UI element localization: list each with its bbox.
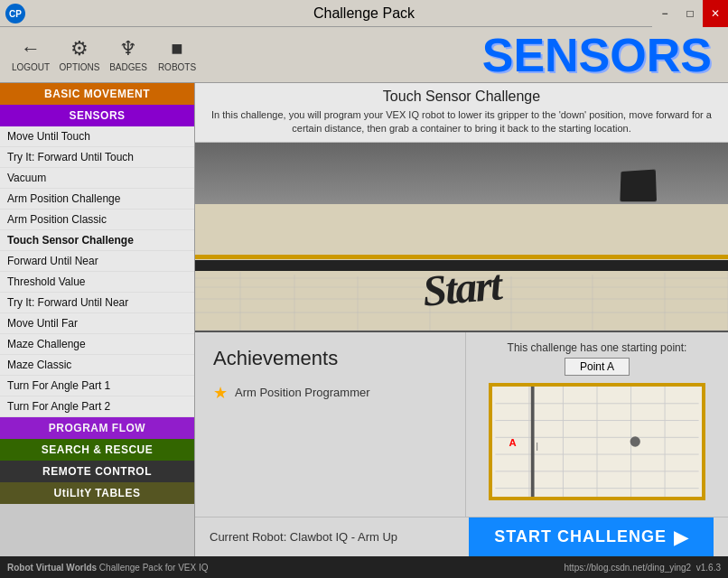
options-icon: ⚙	[70, 37, 89, 61]
bottom-section: Achievements ★ Arm Position Programmer T…	[195, 332, 728, 517]
challenge-description: In this challenge, you will program your…	[204, 108, 719, 136]
minimize-button[interactable]: −	[652, 0, 677, 27]
challenge-title: Touch Sensor Challenge	[204, 89, 719, 105]
sidebar-item-turn-angle-2[interactable]: Turn For Angle Part 2	[0, 396, 194, 417]
sidebar-item-touch-sensor-challenge[interactable]: Touch Sensor Challenge	[0, 230, 194, 251]
svg-text:|: |	[536, 442, 537, 451]
starting-point-label: This challenge has one starting point:	[475, 341, 719, 354]
svg-rect-27	[531, 387, 535, 497]
badges-button[interactable]: ♆ BADGES	[105, 31, 152, 79]
footer-brand: Robot Virtual Worlds	[7, 563, 97, 573]
footer-url: https://blog.csdn.net/ding_ying2	[565, 563, 692, 573]
point-a-button[interactable]: Point A	[565, 358, 630, 376]
sidebar-item-threshold-value[interactable]: Threshold Value	[0, 272, 194, 293]
badges-label: BADGES	[109, 62, 147, 72]
achievement-item: ★ Arm Position Programmer	[213, 383, 447, 403]
sidebar-item-arm-position-classic[interactable]: Arm Position Classic	[0, 210, 194, 230]
options-button[interactable]: ⚙ OPTIONS	[56, 31, 103, 79]
sidebar-category-program[interactable]: PROGRAM FLOW	[0, 417, 194, 439]
scene-view: Start	[195, 143, 728, 332]
sidebar-item-forward-until-near[interactable]: Forward Until Near	[0, 251, 194, 272]
start-challenge-button[interactable]: START CHALLENGE ▶	[469, 517, 714, 557]
sidebar-item-maze-challenge[interactable]: Maze Challenge	[0, 334, 194, 355]
toolbar: ← LOGOUT ⚙ OPTIONS ♆ BADGES ■ ROBOTS SEN…	[0, 27, 728, 83]
challenge-header: Touch Sensor Challenge In this challenge…	[195, 83, 728, 143]
logout-label: LOGOUT	[12, 62, 50, 72]
black-object	[620, 169, 657, 201]
options-label: OPTIONS	[59, 62, 99, 72]
svg-text:A: A	[509, 436, 516, 447]
restore-button[interactable]: □	[677, 0, 703, 27]
svg-rect-14	[195, 255, 728, 259]
sidebar-item-move-until-touch[interactable]: Move Until Touch	[0, 126, 194, 147]
content-area: Touch Sensor Challenge In this challenge…	[195, 83, 728, 556]
play-arrow-icon: ▶	[674, 527, 688, 548]
logout-button[interactable]: ← LOGOUT	[7, 31, 54, 79]
robots-button[interactable]: ■ ROBOTS	[154, 31, 201, 79]
sidebar-item-vacuum[interactable]: Vacuum	[0, 168, 194, 189]
footer-subtitle: Challenge Pack for VEX IQ	[97, 563, 208, 573]
robots-icon: ■	[171, 37, 182, 61]
sidebar-category-basic[interactable]: BASIC MOVEMENT	[0, 83, 194, 105]
achievements-heading: Achievements	[213, 347, 447, 370]
sidebar-item-try-forward-touch[interactable]: Try It: Forward Until Touch	[0, 147, 194, 168]
sidebar-item-maze-classic[interactable]: Maze Classic	[0, 355, 194, 376]
main-area: BASIC MOVEMENT SENSORS Move Until Touch …	[0, 83, 728, 556]
mini-map-inner: A |	[492, 387, 702, 497]
close-button[interactable]: ✕	[703, 0, 728, 27]
badges-icon: ♆	[119, 37, 137, 61]
title-bar: CP Challenge Pack − □ ✕	[0, 0, 728, 27]
star-icon: ★	[213, 383, 228, 403]
footer-version: v1.6.3	[696, 563, 721, 573]
achievements-panel: Achievements ★ Arm Position Programmer	[195, 332, 466, 517]
sidebar-category-search[interactable]: SEARCH & RESCUE	[0, 439, 194, 461]
mini-map: A |	[489, 383, 705, 500]
mini-map-svg: A |	[492, 387, 702, 497]
robots-label: ROBOTS	[158, 62, 196, 72]
sidebar-item-turn-angle-1[interactable]: Turn For Angle Part 1	[0, 376, 194, 396]
footer-left: Robot Virtual Worlds Challenge Pack for …	[7, 563, 208, 573]
app-logo: CP	[5, 4, 25, 23]
footer-right: https://blog.csdn.net/ding_ying2 v1.6.3	[565, 563, 721, 573]
svg-point-30	[630, 436, 640, 446]
logout-icon: ←	[21, 37, 41, 61]
window-controls: − □ ✕	[652, 0, 728, 27]
sidebar-item-arm-position-challenge[interactable]: Arm Position Challenge	[0, 189, 194, 210]
footer: Robot Virtual Worlds Challenge Pack for …	[0, 556, 728, 578]
window-title: Challenge Pack	[313, 5, 415, 22]
bottom-bar: Current Robot: Clawbot IQ - Arm Up START…	[195, 517, 728, 556]
sidebar-category-sensors[interactable]: SENSORS	[0, 105, 194, 126]
start-text: Start	[421, 259, 503, 315]
current-robot-label: Current Robot: Clawbot IQ - Arm Up	[210, 530, 397, 544]
start-challenge-label: START CHALLENGE	[494, 527, 667, 546]
achievement-label: Arm Position Programmer	[235, 386, 370, 399]
right-panel: This challenge has one starting point: P…	[466, 332, 728, 517]
sidebar-category-utility[interactable]: UtiLItY TABLES	[0, 482, 194, 504]
sidebar-category-remote[interactable]: REMOTE CONTROL	[0, 461, 194, 482]
sidebar-item-try-forward-near[interactable]: Try It: Forward Until Near	[0, 293, 194, 313]
sidebar-item-move-until-far[interactable]: Move Until Far	[0, 313, 194, 334]
sidebar: BASIC MOVEMENT SENSORS Move Until Touch …	[0, 83, 195, 556]
sensors-heading: SENSORS	[482, 32, 721, 79]
